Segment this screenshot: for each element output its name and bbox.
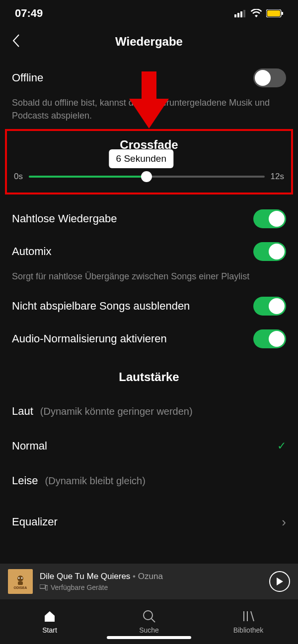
page-title: Wiedergabe	[115, 35, 183, 49]
normalize-row: Audio-Normalisierung aktivieren	[12, 322, 286, 355]
volume-heading: Lautstärke	[12, 370, 286, 384]
svg-rect-10	[18, 581, 23, 585]
album-art-label: ODISEA	[14, 586, 27, 589]
svg-line-14	[151, 619, 155, 622]
equalizer-label: Equalizer	[12, 515, 58, 528]
tab-library[interactable]: Bibliothek	[199, 599, 298, 644]
normalize-toggle[interactable]	[253, 329, 286, 348]
normalize-label: Audio-Normalisierung aktivieren	[12, 332, 167, 345]
battery-icon	[266, 9, 283, 17]
hide-unplayable-row: Nicht abspielbare Songs ausblenden	[12, 290, 286, 322]
tab-start[interactable]: Start	[0, 599, 99, 644]
crossfade-slider[interactable]: 0s 6 Sekunden 12s	[14, 172, 284, 182]
svg-rect-3	[243, 10, 245, 17]
volume-loud-label: Laut	[12, 405, 33, 418]
volume-loud[interactable]: Laut (Dynamik könnte geringer werden)	[12, 394, 286, 429]
status-icons	[234, 9, 283, 18]
home-icon	[43, 609, 57, 623]
status-time: 07:49	[15, 7, 43, 20]
status-bar: 07:49	[0, 0, 298, 27]
track-artist: Ozuna	[138, 572, 163, 581]
now-playing-text: Dile Que Tu Me Quieres • Ozuna Verfügbar…	[40, 572, 262, 591]
slider-min: 0s	[14, 172, 23, 182]
automix-label: Automix	[12, 245, 51, 258]
seamless-row: Nahtlose Wiedergabe	[12, 202, 286, 235]
annotation-arrow-icon	[129, 71, 169, 131]
volume-quiet-label: Leise	[12, 474, 38, 487]
album-art: ODISEA	[8, 569, 33, 594]
chevron-right-icon: ›	[282, 515, 286, 530]
play-button[interactable]	[269, 571, 290, 592]
svg-point-7	[17, 576, 23, 581]
library-icon	[241, 609, 255, 623]
seamless-toggle[interactable]	[253, 209, 286, 228]
hide-unplayable-toggle[interactable]	[253, 297, 286, 316]
home-indicator[interactable]	[107, 636, 191, 639]
svg-rect-0	[234, 14, 236, 17]
play-icon	[276, 578, 283, 585]
checkmark-icon: ✓	[277, 440, 286, 452]
hide-unplayable-label: Nicht abspielbare Songs ausblenden	[12, 300, 190, 313]
back-button[interactable]	[12, 34, 20, 50]
volume-loud-hint: (Dynamik könnte geringer werden)	[40, 406, 193, 417]
wifi-icon	[250, 9, 262, 18]
volume-quiet[interactable]: Leise (Dynamik bleibt gleich)	[12, 463, 286, 498]
automix-toggle[interactable]	[253, 242, 286, 261]
svg-point-9	[21, 577, 23, 579]
svg-rect-1	[237, 13, 239, 17]
slider-max: 12s	[271, 172, 284, 182]
available-devices[interactable]: Verfügbare Geräte	[40, 583, 262, 591]
svg-point-8	[18, 577, 20, 579]
automix-description: Sorgt für nahtlose Übergänge zwischen So…	[12, 270, 286, 283]
volume-normal[interactable]: Normal ✓	[12, 429, 286, 463]
volume-quiet-hint: (Dynamik bleibt gleich)	[45, 475, 146, 487]
volume-normal-label: Normal	[12, 440, 47, 452]
now-playing-bar[interactable]: ODISEA Dile Que Tu Me Quieres • Ozuna Ve…	[0, 564, 298, 599]
svg-rect-11	[40, 584, 45, 588]
slider-tooltip: 6 Sekunden	[109, 149, 173, 168]
chevron-left-icon	[12, 34, 20, 48]
signal-icon	[234, 9, 246, 17]
devices-icon	[40, 584, 48, 590]
offline-label: Offline	[12, 71, 43, 84]
equalizer-row[interactable]: Equalizer ›	[12, 508, 286, 536]
seamless-label: Nahtlose Wiedergabe	[12, 212, 117, 225]
svg-rect-12	[46, 585, 48, 590]
crossfade-highlight: Crossfade 0s 6 Sekunden 12s	[5, 129, 293, 194]
slider-track[interactable]: 6 Sekunden	[29, 176, 265, 178]
automix-row: Automix	[12, 235, 286, 268]
svg-rect-5	[267, 10, 280, 16]
svg-rect-6	[282, 12, 283, 15]
svg-point-13	[144, 611, 152, 620]
search-icon	[142, 609, 156, 623]
header: Wiedergabe	[0, 27, 298, 57]
svg-line-17	[251, 611, 254, 621]
svg-rect-2	[240, 11, 242, 17]
track-title: Dile Que Tu Me Quieres	[40, 572, 130, 581]
offline-toggle[interactable]	[253, 68, 286, 87]
